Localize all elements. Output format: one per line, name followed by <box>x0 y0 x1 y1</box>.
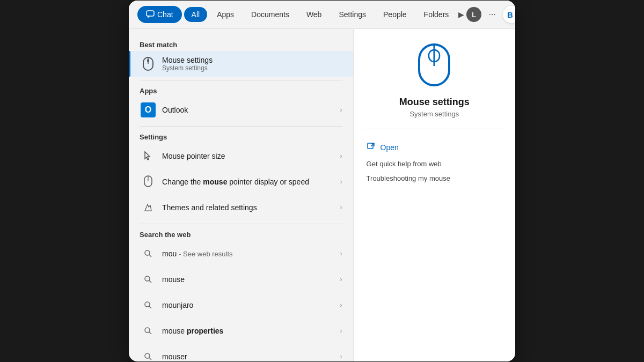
web-search-label: Search the web <box>129 227 353 241</box>
detail-divider <box>364 129 504 129</box>
bing-icon: B <box>507 10 515 19</box>
svg-point-13 <box>145 328 150 333</box>
web-mouse-item[interactable]: mouse › <box>129 267 353 292</box>
more-button[interactable]: ··· <box>485 7 500 22</box>
themes-title: Themes and related settings <box>162 203 340 212</box>
open-icon <box>367 142 375 152</box>
svg-text:B: B <box>507 10 513 19</box>
web-mouser-title: mouser <box>162 352 340 361</box>
outlook-text: Outlook <box>162 106 340 114</box>
nav-documents[interactable]: Documents <box>244 7 297 22</box>
web-mou-item[interactable]: mou - See web results › <box>129 241 353 267</box>
web-mouse-title: mouse <box>162 275 340 284</box>
pointer-speed-chevron: › <box>340 178 342 186</box>
web-mouser-text: mouser <box>162 352 340 361</box>
svg-line-21 <box>371 143 374 146</box>
nav-people[interactable]: People <box>376 7 414 22</box>
web-mouse-props-title: mouse properties <box>162 327 340 335</box>
nav-all[interactable]: All <box>184 7 208 22</box>
quick-help-action[interactable]: Get quick help from web <box>364 157 504 171</box>
web-mounjaro-chevron: › <box>340 301 342 309</box>
best-match-text: Mouse settings System settings <box>162 56 342 72</box>
best-match-item[interactable]: Mouse settings System settings <box>129 51 353 77</box>
svg-line-12 <box>149 306 151 308</box>
web-search-icon-5 <box>140 348 157 361</box>
themes-text: Themes and related settings <box>162 203 340 212</box>
divider-3 <box>140 224 342 224</box>
svg-point-11 <box>145 302 150 307</box>
web-mou-chevron: › <box>340 250 342 257</box>
mouse-pointer-speed-item[interactable]: Change the mouse pointer display or spee… <box>129 169 353 195</box>
web-mouse-chevron: › <box>340 276 342 283</box>
themes-item[interactable]: Themes and related settings › <box>129 195 353 220</box>
web-search-icon-4 <box>140 322 157 339</box>
nav-folders[interactable]: Folders <box>416 7 457 22</box>
pointer-speed-text: Change the mouse pointer display or spee… <box>162 178 340 186</box>
right-panel: Mouse settings System settings Open Get <box>353 29 515 361</box>
divider-1 <box>140 80 342 80</box>
web-mouse-properties-item[interactable]: mouse properties › <box>129 318 353 344</box>
svg-point-4 <box>147 59 149 62</box>
pointer-speed-title: Change the mouse pointer display or spee… <box>162 178 340 186</box>
main-content: Best match Mouse settings System setting… <box>129 29 515 361</box>
outlook-item[interactable]: O Outlook › <box>129 97 353 123</box>
mouse-speed-icon <box>140 173 157 190</box>
divider-2 <box>140 126 342 127</box>
web-mouse-props-text: mouse properties <box>162 327 340 335</box>
nav-settings[interactable]: Settings <box>331 7 374 22</box>
best-match-subtitle: System settings <box>162 64 342 72</box>
web-mounjaro-text: mounjaro <box>162 301 340 309</box>
mouse-settings-icon <box>140 55 157 72</box>
svg-line-16 <box>149 358 151 360</box>
detail-actions: Open Get quick help from web Troubleshoo… <box>364 138 504 186</box>
pointer-size-icon <box>140 147 157 165</box>
web-mounjaro-item[interactable]: mounjaro › <box>129 292 353 318</box>
web-mou-text: mou - See web results <box>162 249 340 258</box>
settings-section-label: Settings <box>129 130 353 143</box>
svg-rect-20 <box>368 143 373 149</box>
nav-chat[interactable]: Chat <box>137 6 182 23</box>
pointer-size-chevron: › <box>340 152 342 160</box>
web-search-icon-3 <box>140 297 157 314</box>
search-window: Chat All Apps Documents Web Settings Peo… <box>129 1 515 361</box>
svg-point-15 <box>145 353 150 358</box>
pointer-size-text: Mouse pointer size <box>162 152 340 160</box>
open-action[interactable]: Open <box>364 138 504 157</box>
svg-line-8 <box>149 255 151 257</box>
detail-mouse-icon <box>413 45 456 88</box>
bing-button[interactable]: B <box>503 6 515 23</box>
nav-right-group: L ··· B <box>466 6 515 23</box>
nav-apps[interactable]: Apps <box>209 7 241 22</box>
svg-line-14 <box>149 332 151 334</box>
web-mouser-chevron: › <box>340 353 342 360</box>
chat-icon <box>146 10 155 19</box>
top-nav: Chat All Apps Documents Web Settings Peo… <box>129 1 515 29</box>
best-match-title: Mouse settings <box>162 56 342 64</box>
left-panel: Best match Mouse settings System setting… <box>129 29 353 361</box>
mouse-pointer-size-item[interactable]: Mouse pointer size › <box>129 143 353 169</box>
web-mouse-props-chevron: › <box>340 327 342 335</box>
troubleshoot-action[interactable]: Troubleshooting my mouse <box>364 171 504 186</box>
nav-more-arrow[interactable]: ▶ <box>458 10 464 19</box>
detail-title: Mouse settings <box>399 97 470 108</box>
svg-rect-0 <box>147 11 154 16</box>
open-label: Open <box>380 143 399 152</box>
web-mouser-item[interactable]: mouser › <box>129 344 353 361</box>
apps-section-label: Apps <box>129 84 353 97</box>
themes-chevron: › <box>340 204 342 211</box>
best-match-label: Best match <box>129 38 353 51</box>
web-mounjaro-title: mounjaro <box>162 301 340 309</box>
outlook-title: Outlook <box>162 106 340 114</box>
outlook-icon: O <box>140 101 157 119</box>
detail-subtitle: System settings <box>409 110 459 118</box>
web-mouse-text: mouse <box>162 275 340 284</box>
web-search-icon-2 <box>140 271 157 288</box>
svg-line-10 <box>149 280 151 283</box>
outlook-chevron: › <box>340 106 342 114</box>
user-avatar[interactable]: L <box>466 7 481 22</box>
svg-point-7 <box>145 250 150 255</box>
nav-web[interactable]: Web <box>299 7 330 22</box>
web-mou-title: mou - See web results <box>162 249 340 258</box>
pointer-size-title: Mouse pointer size <box>162 152 340 160</box>
svg-point-9 <box>145 276 150 281</box>
